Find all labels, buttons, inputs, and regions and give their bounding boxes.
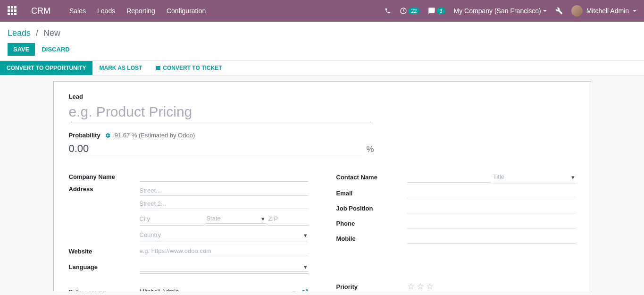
apps-icon[interactable] (8, 6, 17, 16)
percent-sign: % (366, 144, 374, 154)
discard-button[interactable]: DISCARD (42, 46, 69, 53)
activities-badge: 22 (408, 8, 419, 14)
state-input[interactable] (206, 213, 265, 224)
zip-input[interactable] (268, 212, 308, 226)
title-input[interactable] (493, 172, 576, 182)
nav-leads[interactable]: Leads (97, 7, 115, 15)
email-input[interactable] (407, 188, 576, 198)
save-button[interactable]: SAVE (8, 43, 35, 56)
street-input[interactable] (140, 185, 308, 196)
breadcrumb-parent[interactable]: Leads (8, 28, 31, 38)
nav-sales[interactable]: Sales (69, 7, 86, 15)
language-label: Language (69, 263, 140, 270)
nav-menu: Sales Leads Reporting Configuration (69, 7, 206, 15)
phone-label: Phone (336, 220, 407, 227)
lead-name-input[interactable] (69, 102, 373, 123)
avatar (571, 5, 583, 17)
user-menu[interactable]: Mitchell Admin (571, 5, 636, 17)
debug-icon[interactable] (555, 7, 563, 15)
phone-icon[interactable] (385, 8, 391, 14)
language-input[interactable] (140, 261, 308, 272)
nav-configuration[interactable]: Configuration (167, 7, 206, 15)
brand: CRM (31, 6, 50, 16)
website-input[interactable] (140, 246, 308, 256)
priority-label: Priority (336, 283, 407, 290)
phone-input[interactable] (407, 218, 576, 228)
job-position-label: Job Position (336, 205, 407, 212)
country-input[interactable] (140, 230, 308, 240)
lead-label: Lead (69, 93, 576, 100)
activities-icon[interactable]: 22 (400, 7, 419, 15)
probability-estimated: 91.67 % (Estimated by Odoo) (115, 132, 195, 139)
company-switcher[interactable]: My Company (San Francisco) (454, 7, 547, 15)
breadcrumb-current: New (43, 28, 60, 38)
chevron-down-icon (543, 10, 547, 12)
contact-name-input[interactable] (407, 172, 490, 183)
job-position-input[interactable] (407, 203, 576, 213)
mobile-input[interactable] (407, 233, 576, 244)
mark-lost-button[interactable]: MARK AS LOST (92, 61, 149, 75)
city-input[interactable] (140, 212, 204, 226)
website-label: Website (69, 248, 140, 255)
company-name-input[interactable] (140, 171, 308, 182)
probability-label: Probability (69, 132, 100, 139)
messages-icon[interactable]: 3 (428, 7, 445, 15)
email-label: Email (336, 190, 407, 197)
street2-input[interactable] (140, 199, 308, 209)
salesperson-input[interactable] (140, 287, 297, 291)
priority-stars[interactable]: ☆ ☆ ☆ (407, 281, 434, 291)
gear-icon[interactable] (104, 132, 111, 139)
breadcrumb: Leads / New (8, 28, 636, 38)
messages-badge: 3 (436, 8, 445, 14)
company-name-label: Company Name (69, 173, 140, 180)
probability-input[interactable] (69, 142, 363, 156)
star-icon[interactable]: ☆ (417, 281, 424, 291)
mobile-label: Mobile (336, 235, 407, 242)
convert-opportunity-button[interactable]: CONVERT TO OPPORTUNITY (0, 61, 92, 75)
ticket-icon (155, 65, 161, 71)
star-icon[interactable]: ☆ (426, 281, 434, 291)
salesperson-label: Salesperson (69, 288, 140, 291)
contact-name-label: Contact Name (336, 174, 407, 181)
convert-ticket-button[interactable]: CONVERT TO TICKET (149, 61, 228, 75)
address-label: Address (69, 185, 140, 193)
chevron-down-icon (633, 10, 636, 12)
nav-reporting[interactable]: Reporting (126, 7, 155, 15)
external-link-icon[interactable] (301, 289, 308, 292)
star-icon[interactable]: ☆ (407, 281, 415, 291)
